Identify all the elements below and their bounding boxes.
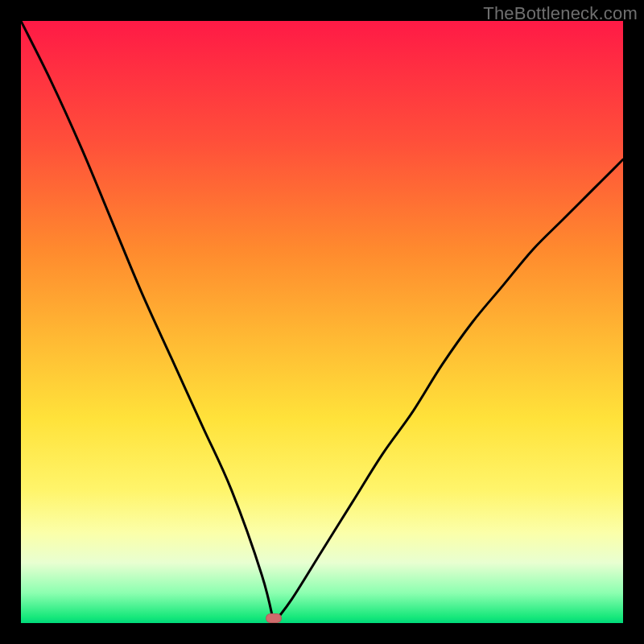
curve-path <box>21 21 623 623</box>
chart-frame: TheBottleneck.com <box>0 0 644 644</box>
watermark-text: TheBottleneck.com <box>483 3 638 24</box>
vertex-marker <box>266 613 282 623</box>
bottleneck-curve <box>21 21 623 623</box>
plot-area <box>21 21 623 623</box>
